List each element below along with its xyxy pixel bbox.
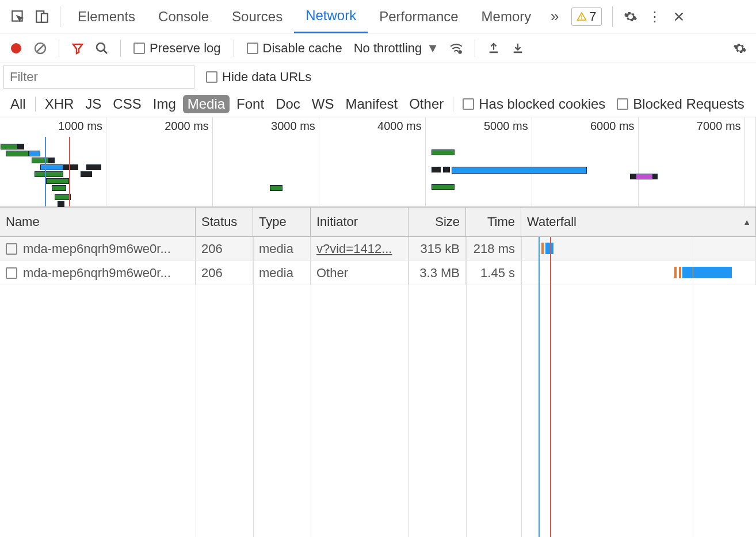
- svg-rect-2: [41, 13, 48, 22]
- tab-performance[interactable]: Performance: [368, 0, 469, 33]
- more-tabs-icon[interactable]: »: [543, 5, 567, 29]
- cell-initiator[interactable]: v?vid=1412...: [311, 237, 408, 260]
- filter-manifest[interactable]: Manifest: [341, 95, 403, 113]
- svg-rect-3: [582, 15, 583, 17]
- filter-media[interactable]: Media: [183, 95, 230, 113]
- svg-rect-9: [490, 51, 498, 53]
- timeline-tick: 3000 ms: [271, 120, 315, 133]
- throttling-select[interactable]: No throttling ▼: [354, 41, 439, 56]
- device-toggle-icon[interactable]: [30, 5, 54, 29]
- clear-icon[interactable]: [30, 38, 51, 59]
- filter-doc[interactable]: Doc: [271, 95, 305, 113]
- svg-point-5: [11, 43, 21, 53]
- timeline-tick: 7000 ms: [697, 120, 741, 133]
- row-checkbox[interactable]: [6, 243, 17, 255]
- column-status[interactable]: Status: [196, 208, 253, 236]
- chevron-down-icon: ▼: [426, 41, 439, 56]
- cell-status: 206: [196, 261, 253, 285]
- cell-type: media: [253, 261, 311, 285]
- table-row[interactable]: mda-mep6nqrh9m6we0r... 206 media Other 3…: [0, 261, 756, 285]
- preserve-log-label: Preserve log: [150, 41, 221, 56]
- filter-input[interactable]: [3, 66, 194, 89]
- filter-all[interactable]: All: [6, 95, 30, 113]
- import-har-icon[interactable]: [483, 38, 504, 59]
- hide-data-urls-checkbox[interactable]: Hide data URLs: [206, 70, 311, 85]
- has-blocked-cookies-checkbox[interactable]: Has blocked cookies: [463, 96, 605, 112]
- svg-point-7: [97, 43, 105, 51]
- column-initiator[interactable]: Initiator: [311, 208, 408, 236]
- svg-rect-4: [582, 18, 583, 20]
- column-time[interactable]: Time: [466, 208, 521, 236]
- cell-waterfall: [521, 237, 756, 260]
- cell-size: 3.3 MB: [408, 261, 466, 285]
- throttling-label: No throttling: [354, 41, 422, 56]
- record-icon[interactable]: [6, 38, 26, 59]
- filter-xhr[interactable]: XHR: [40, 95, 79, 113]
- tab-network[interactable]: Network: [294, 0, 368, 33]
- tab-elements[interactable]: Elements: [66, 0, 147, 33]
- tab-console[interactable]: Console: [147, 0, 220, 33]
- column-waterfall[interactable]: Waterfall: [521, 208, 756, 236]
- disable-cache-label: Disable cache: [263, 41, 342, 56]
- close-icon[interactable]: [667, 5, 691, 29]
- timeline-overview[interactable]: 1000 ms 2000 ms 3000 ms 4000 ms 5000 ms …: [0, 117, 756, 207]
- svg-rect-10: [514, 51, 522, 53]
- cell-size: 315 kB: [408, 237, 466, 260]
- cell-name: mda-mep6nqrh9m6we0r...: [0, 261, 196, 285]
- filter-other[interactable]: Other: [404, 95, 448, 113]
- settings-icon[interactable]: [618, 5, 643, 29]
- cell-time: 1.45 s: [466, 261, 521, 285]
- cell-time: 218 ms: [466, 237, 521, 260]
- cell-name: mda-mep6nqrh9m6we0r...: [0, 237, 196, 260]
- warnings-count: 7: [589, 9, 596, 24]
- filter-js[interactable]: JS: [81, 95, 106, 113]
- blocked-requests-checkbox[interactable]: Blocked Requests: [617, 96, 744, 112]
- kebab-menu-icon[interactable]: ⋮: [643, 5, 667, 29]
- cell-status: 206: [196, 237, 253, 260]
- table-row[interactable]: mda-mep6nqrh9m6we0r... 206 media v?vid=1…: [0, 237, 756, 261]
- row-checkbox[interactable]: [6, 267, 17, 279]
- tab-memory[interactable]: Memory: [470, 0, 543, 33]
- inspect-icon[interactable]: [6, 5, 30, 29]
- svg-point-8: [458, 50, 462, 54]
- filter-img[interactable]: Img: [148, 95, 181, 113]
- cell-waterfall: [521, 261, 756, 285]
- timeline-tick: 6000 ms: [590, 120, 635, 133]
- timeline-tick: 2000 ms: [165, 120, 209, 133]
- cell-initiator: Other: [311, 261, 408, 285]
- filter-css[interactable]: CSS: [108, 95, 146, 113]
- preserve-log-checkbox[interactable]: Preserve log: [133, 41, 221, 56]
- search-icon[interactable]: [91, 38, 112, 59]
- blocked-requests-label: Blocked Requests: [633, 96, 744, 112]
- timeline-tick: 5000 ms: [484, 120, 528, 133]
- cell-type: media: [253, 237, 311, 260]
- network-conditions-icon[interactable]: [446, 38, 467, 59]
- network-settings-icon[interactable]: [730, 38, 750, 59]
- column-name[interactable]: Name: [0, 208, 196, 236]
- export-har-icon[interactable]: [507, 38, 528, 59]
- column-type[interactable]: Type: [253, 208, 311, 236]
- timeline-tick: 4000 ms: [377, 120, 422, 133]
- tab-sources[interactable]: Sources: [220, 0, 294, 33]
- filter-font[interactable]: Font: [232, 95, 269, 113]
- requests-table: Name Status Type Initiator Size Time Wat…: [0, 207, 756, 537]
- column-size[interactable]: Size: [408, 208, 466, 236]
- warnings-badge[interactable]: 7: [571, 7, 601, 26]
- hide-data-urls-label: Hide data URLs: [222, 70, 311, 85]
- filter-icon[interactable]: [67, 38, 88, 59]
- has-blocked-label: Has blocked cookies: [479, 96, 605, 112]
- timeline-tick: 1000 ms: [58, 120, 102, 133]
- filter-ws[interactable]: WS: [307, 95, 339, 113]
- disable-cache-checkbox[interactable]: Disable cache: [247, 41, 342, 56]
